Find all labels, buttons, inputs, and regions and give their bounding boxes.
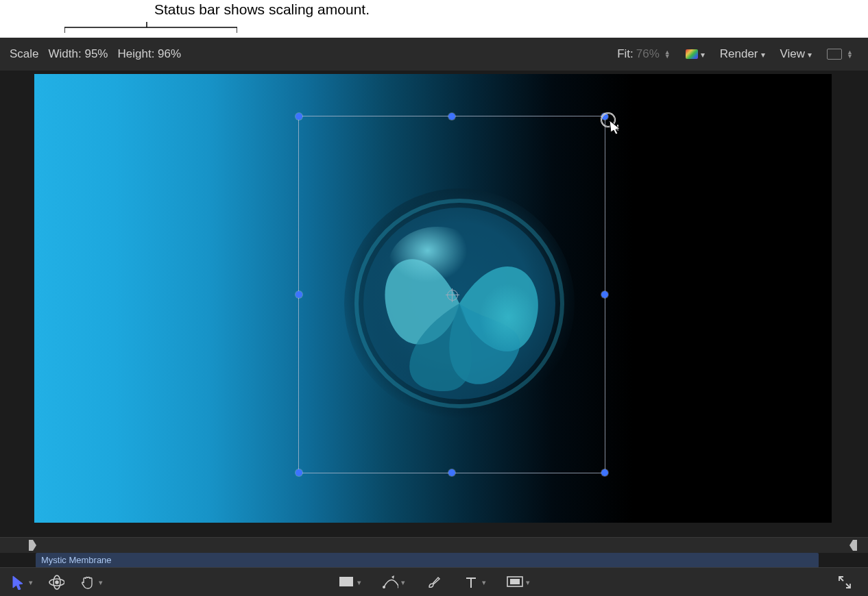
play-range-start-marker[interactable] <box>27 539 37 551</box>
anchor-point-icon[interactable] <box>447 290 458 301</box>
3d-transform-tool[interactable] <box>48 574 64 591</box>
chevron-down-icon: ▾ <box>701 50 705 60</box>
timeline-layer-chip[interactable]: Mystic Membrane <box>36 553 819 568</box>
render-label: Render <box>720 47 758 61</box>
svg-rect-10 <box>339 577 353 586</box>
play-range-end-marker[interactable] <box>849 539 858 551</box>
chevron-down-icon: ▾ <box>357 578 361 587</box>
layer-name: Mystic Membrane <box>41 555 112 565</box>
view-menu[interactable]: View ▾ <box>780 47 812 61</box>
expand-window-button[interactable] <box>836 574 853 591</box>
paint-tool[interactable] <box>426 574 442 591</box>
text-tool[interactable]: ▾ <box>463 574 486 591</box>
resize-handle-mr[interactable] <box>601 291 608 298</box>
rainbow-swatch-icon <box>686 49 698 59</box>
color-channels-menu[interactable]: ▾ <box>686 49 705 59</box>
resize-handle-bl[interactable] <box>296 469 302 476</box>
callout-label: Status bar shows scaling amount. <box>154 1 370 18</box>
app-frame: Scale Width: 95% Height: 96% Fit: 76% ▲▼… <box>0 38 868 596</box>
hand-icon <box>80 574 96 591</box>
rect-frame-icon <box>827 49 842 60</box>
scale-readout: Scale Width: 95% Height: 96% <box>0 47 181 61</box>
pan-tool[interactable]: ▾ <box>80 574 103 591</box>
arrow-cursor-icon <box>10 574 26 591</box>
orbit-3d-icon <box>48 574 64 591</box>
pen-tool[interactable]: ▾ <box>382 574 405 591</box>
chevron-down-icon: ▾ <box>808 50 812 60</box>
stepper-icon: ▲▼ <box>847 50 853 58</box>
selection-bounding-box[interactable] <box>298 116 605 473</box>
render-menu[interactable]: Render ▾ <box>720 47 765 61</box>
mask-tool[interactable]: ▾ <box>507 574 530 591</box>
chevron-down-icon: ▾ <box>482 578 486 587</box>
chevron-down-icon: ▾ <box>99 578 103 587</box>
horizontal-scrollbar[interactable] <box>0 537 868 553</box>
chevron-down-icon: ▾ <box>401 578 405 587</box>
callout-bracket <box>64 21 237 34</box>
resize-handle-tm[interactable] <box>448 113 455 120</box>
rectangle-icon <box>338 574 354 591</box>
resize-handle-ml[interactable] <box>296 291 302 298</box>
view-label: View <box>780 47 806 61</box>
fit-value: 76% <box>636 47 660 61</box>
text-t-icon <box>463 574 479 591</box>
pen-path-icon <box>382 574 398 591</box>
svg-rect-14 <box>510 579 520 584</box>
width-label: Width: <box>49 47 82 60</box>
chevron-down-icon: ▾ <box>29 578 33 587</box>
brush-icon <box>426 574 442 591</box>
width-value: 95% <box>84 47 108 60</box>
expand-arrows-icon <box>836 574 853 591</box>
canvas-area <box>0 71 868 538</box>
resize-handle-br[interactable] <box>601 469 608 476</box>
canvas-viewer[interactable] <box>34 74 832 523</box>
fit-zoom-control[interactable]: Fit: 76% ▲▼ <box>617 47 671 61</box>
height-label: Height: <box>117 47 154 60</box>
fit-label: Fit: <box>617 47 634 61</box>
status-toolbar: Scale Width: 95% Height: 96% Fit: 76% ▲▼… <box>0 38 868 71</box>
chevron-down-icon: ▾ <box>526 578 530 587</box>
view-layout-menu[interactable]: ▲▼ <box>827 49 853 60</box>
rectangle-mask-icon <box>507 574 523 591</box>
height-readout: Height: 96% <box>117 47 181 61</box>
select-tool[interactable]: ▾ <box>10 574 33 591</box>
width-readout: Width: 95% <box>49 47 108 61</box>
svg-point-11 <box>383 586 385 588</box>
height-value: 96% <box>158 47 181 60</box>
scale-cursor-icon <box>599 111 623 134</box>
shape-tool[interactable]: ▾ <box>338 574 361 591</box>
tool-toolbar: ▾ ▾ ▾ <box>0 567 868 596</box>
resize-handle-tl[interactable] <box>296 113 302 120</box>
stepper-icon: ▲▼ <box>664 50 671 58</box>
resize-handle-bm[interactable] <box>448 469 455 476</box>
scale-label: Scale <box>10 47 39 61</box>
chevron-down-icon: ▾ <box>761 50 765 60</box>
svg-point-9 <box>56 581 58 584</box>
mini-timeline: Mystic Membrane <box>0 553 868 568</box>
